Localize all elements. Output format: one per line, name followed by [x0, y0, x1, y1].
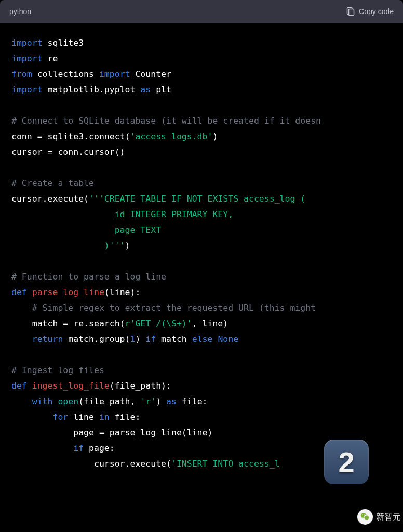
- code-content: import sqlite3 import re from collection…: [0, 23, 403, 484]
- source-label: 新智元: [376, 512, 401, 523]
- copy-code-button[interactable]: Copy code: [346, 7, 394, 16]
- wechat-source-overlay: 新智元: [357, 509, 403, 525]
- svg-rect-0: [349, 9, 354, 16]
- copy-code-label: Copy code: [359, 7, 394, 16]
- language-label: python: [9, 7, 31, 16]
- code-header: python Copy code: [0, 0, 403, 23]
- app-badge-icon: 2: [324, 440, 369, 484]
- wechat-icon: [357, 509, 373, 525]
- clipboard-icon: [346, 7, 355, 16]
- badge-number: 2: [338, 445, 354, 479]
